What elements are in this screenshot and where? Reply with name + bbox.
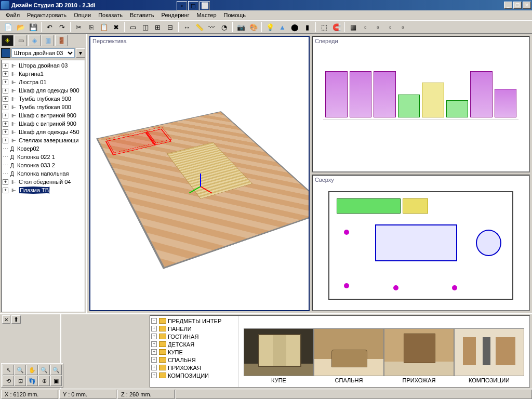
object-action-icon[interactable]: ▾ bbox=[76, 48, 85, 58]
tree-expand-icon[interactable]: + bbox=[3, 71, 8, 77]
transform-gizmo[interactable] bbox=[190, 176, 210, 197]
cone-icon[interactable]: ▲ bbox=[276, 21, 288, 33]
view-large-icon[interactable]: ⬜ bbox=[200, 1, 210, 10]
tree-expand-icon[interactable]: + bbox=[151, 349, 157, 355]
tree-expand-icon[interactable]: + bbox=[151, 357, 157, 363]
tree-expand-icon[interactable]: + bbox=[3, 179, 8, 185]
library-thumbnail[interactable]: КУПЕ bbox=[244, 328, 314, 383]
tree-expand-icon[interactable]: + bbox=[151, 341, 157, 347]
zoom-out-icon[interactable]: 🔍 bbox=[50, 365, 62, 375]
tree-item[interactable]: +⊩Шкаф с витриной 900 bbox=[3, 119, 84, 128]
walk-tool-icon[interactable]: 👣 bbox=[26, 376, 38, 386]
tree-expand-icon[interactable]: + bbox=[3, 96, 8, 102]
protractor-icon[interactable]: ◔ bbox=[218, 21, 230, 33]
new-icon[interactable]: 📄 bbox=[2, 21, 14, 33]
light-icon[interactable]: 💡 bbox=[264, 21, 276, 33]
cut-icon[interactable]: ✂ bbox=[73, 21, 85, 33]
tree-expand-icon[interactable]: - bbox=[151, 318, 157, 324]
library-category[interactable]: +ДЕТСКАЯ bbox=[151, 340, 237, 348]
close-button[interactable]: ✕ bbox=[523, 2, 531, 9]
light-tool-icon[interactable]: ☀ bbox=[1, 35, 14, 46]
library-category[interactable]: +ГОСТИНАЯ bbox=[151, 332, 237, 340]
menu-edit[interactable]: Редактировать bbox=[23, 11, 70, 19]
library-thumbnail[interactable]: КОМПОЗИЦИИ bbox=[454, 328, 524, 383]
tree-expand-icon[interactable]: + bbox=[3, 129, 8, 135]
tree-expand-icon[interactable]: + bbox=[3, 121, 8, 127]
tree-expand-icon[interactable]: + bbox=[3, 79, 8, 85]
undo-icon[interactable]: ↶ bbox=[44, 21, 56, 33]
paste-icon[interactable]: 📋 bbox=[98, 21, 110, 33]
dimension-icon[interactable]: ↔ bbox=[181, 21, 193, 33]
tree-expand-icon[interactable]: + bbox=[3, 188, 8, 193]
layout-1-icon[interactable]: ▭ bbox=[127, 21, 139, 33]
viewport-top[interactable]: Сверху bbox=[312, 175, 530, 311]
snap-3-icon[interactable]: ▫ bbox=[384, 21, 396, 33]
tree-item[interactable]: +⊩Стол обеденный 04 bbox=[3, 178, 84, 186]
copy-icon[interactable]: ⎘ bbox=[85, 21, 97, 33]
tree-item[interactable]: +⊩Тумба глубокая 900 bbox=[3, 95, 84, 103]
sphere-icon[interactable]: ⬤ bbox=[289, 21, 301, 33]
tree-expand-icon[interactable]: + bbox=[151, 326, 157, 331]
orbit-tool-icon[interactable]: ⟲ bbox=[3, 376, 14, 386]
restore-button[interactable]: ❐ bbox=[513, 2, 522, 9]
library-category[interactable]: +КУПЕ bbox=[151, 348, 237, 356]
library-category[interactable]: +ПАНЕЛИ bbox=[151, 325, 237, 332]
tree-expand-icon[interactable]: + bbox=[3, 138, 8, 143]
snap-1-icon[interactable]: ▫ bbox=[360, 21, 371, 33]
tree-item[interactable]: ⋯ДКолонка 022 1 bbox=[3, 153, 84, 161]
layout-4-icon[interactable]: ⊟ bbox=[164, 21, 176, 33]
camera-icon[interactable]: 📷 bbox=[235, 21, 247, 33]
arrow-tool-icon[interactable]: ↖ bbox=[3, 365, 14, 375]
snap-4-icon[interactable]: ▫ bbox=[397, 21, 409, 33]
menu-rendering[interactable]: Рендеринг bbox=[158, 11, 193, 19]
object-select[interactable]: Штора двойная 03 bbox=[11, 48, 75, 58]
pan-tool-icon[interactable]: ✋ bbox=[26, 365, 38, 375]
tree-item[interactable]: +⊩Штора двойная 03 bbox=[3, 61, 84, 70]
tree-item[interactable]: ⋯ДКовер02 bbox=[3, 144, 84, 153]
save-icon[interactable]: 💾 bbox=[27, 21, 39, 33]
tree-expand-icon[interactable]: + bbox=[3, 88, 8, 94]
select-icon[interactable]: ⬚ bbox=[318, 21, 330, 33]
zoom-in-icon[interactable]: 🔍 bbox=[38, 365, 50, 375]
redo-icon[interactable]: ↷ bbox=[56, 21, 68, 33]
panel-tool-icon[interactable]: ▥ bbox=[42, 35, 54, 46]
persp-tool-icon[interactable]: ◈ bbox=[28, 35, 41, 46]
ruler-icon[interactable]: 📏 bbox=[193, 21, 205, 33]
tree-item[interactable]: +⊩Картина1 bbox=[3, 70, 84, 78]
target-tool-icon[interactable]: ⊕ bbox=[38, 376, 50, 386]
menu-file[interactable]: Файл bbox=[2, 11, 23, 19]
library-thumbnail[interactable]: ПРИХОЖАЯ bbox=[384, 328, 454, 383]
view-medium-icon[interactable]: ◻ bbox=[188, 1, 198, 10]
menu-insert[interactable]: Вставить bbox=[126, 11, 158, 19]
tree-item[interactable]: +⊩Шкаф для одежды 450 bbox=[3, 128, 84, 136]
layout-3-icon[interactable]: ⊞ bbox=[152, 21, 164, 33]
tree-expand-icon[interactable]: + bbox=[3, 113, 8, 118]
library-thumbnail[interactable]: СПАЛЬНЯ bbox=[314, 328, 384, 383]
fit-tool-icon[interactable]: ⊡ bbox=[15, 376, 26, 386]
menu-show[interactable]: Показать bbox=[95, 11, 126, 19]
tree-expand-icon[interactable]: + bbox=[151, 334, 157, 339]
library-category[interactable]: +КОМПОЗИЦИИ bbox=[151, 371, 237, 379]
minimize-button[interactable]: _ bbox=[504, 2, 512, 9]
menu-master[interactable]: Мастер bbox=[193, 11, 220, 19]
menu-help[interactable]: Помощь bbox=[220, 11, 250, 19]
viewport-perspective[interactable]: Перспектива bbox=[89, 36, 310, 311]
view-tool-icon[interactable]: ▭ bbox=[15, 35, 27, 46]
layout-2-icon[interactable]: ◫ bbox=[139, 21, 151, 33]
magnet-icon[interactable]: 🧲 bbox=[330, 21, 342, 33]
delete-icon[interactable]: ✖ bbox=[110, 21, 122, 33]
tree-item[interactable]: +⊩Плазма ТВ bbox=[3, 186, 84, 194]
zoom-tool-icon[interactable]: 🔍 bbox=[15, 365, 26, 375]
tree-item[interactable]: +⊩Стеллаж завершающи bbox=[3, 136, 84, 144]
tree-expand-icon[interactable]: + bbox=[151, 373, 157, 378]
library-category[interactable]: +ПРИХОЖАЯ bbox=[151, 364, 237, 371]
tree-item[interactable]: +⊩Шкаф с витриной 900 bbox=[3, 111, 84, 119]
close-panel-icon[interactable]: ✕ bbox=[2, 315, 10, 324]
scene-tree[interactable]: +⊩Штора двойная 03+⊩Картина1+⊩Люстра 01+… bbox=[1, 60, 85, 312]
tree-item[interactable]: ⋯ДКолонка напольная bbox=[3, 169, 84, 178]
tree-item[interactable]: +⊩Люстра 01 bbox=[3, 78, 84, 86]
grid-icon[interactable]: ▦ bbox=[347, 21, 359, 33]
render-icon[interactable]: 🎨 bbox=[247, 21, 259, 33]
object-color-swatch[interactable] bbox=[1, 48, 10, 58]
tree-expand-icon[interactable]: + bbox=[3, 63, 8, 69]
